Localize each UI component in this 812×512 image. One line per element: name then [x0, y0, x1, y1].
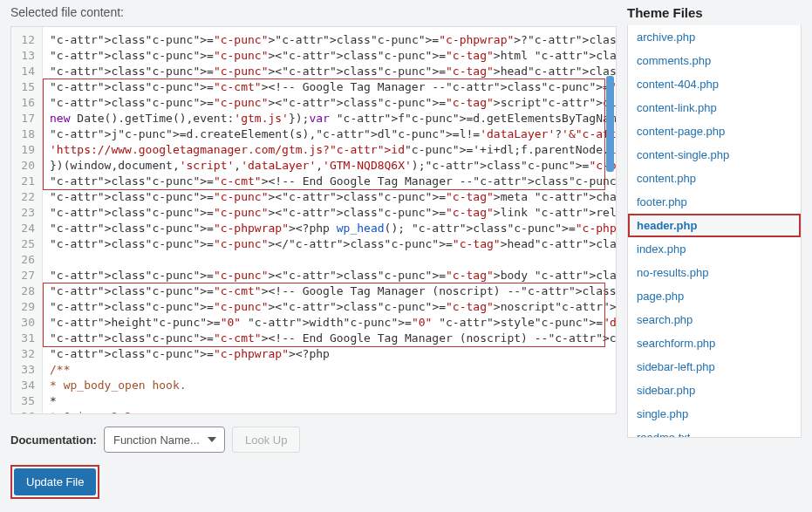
selected-file-label: Selected file content:	[10, 5, 617, 19]
code-line[interactable]: "c-attr">class"c-punc">="c-punc">"c-attr…	[50, 32, 609, 48]
code-line[interactable]: 'https://www.googletagmanager.com/gtm.js…	[50, 142, 609, 158]
theme-file-list: archive.phpcomments.phpcontent-404.phpco…	[627, 25, 802, 438]
code-area[interactable]: "c-attr">class"c-punc">="c-punc">"c-attr…	[43, 27, 616, 413]
code-line[interactable]: "c-attr">class"c-punc">="c-punc"></"c-at…	[50, 236, 609, 252]
theme-file-item[interactable]: archive.php	[628, 25, 801, 49]
function-name-select[interactable]: Function Name...	[104, 427, 225, 453]
theme-file-item[interactable]: content-link.php	[628, 96, 801, 119]
theme-file-item[interactable]: single.php	[628, 402, 801, 426]
code-line[interactable]: new Date().getTime(),event:'gtm.js'});va…	[50, 111, 609, 126]
code-line[interactable]: "c-attr">height"c-punc">="0" "c-attr">wi…	[50, 315, 609, 331]
code-line[interactable]: "c-attr">class"c-punc">="c-punc"><"c-att…	[50, 205, 609, 221]
theme-file-item[interactable]: footer.php	[628, 190, 801, 214]
code-line[interactable]: "c-attr">class"c-punc">="c-punc"><"c-att…	[50, 64, 609, 79]
theme-file-item[interactable]: content-single.php	[628, 143, 801, 167]
theme-file-item[interactable]: readme.txt	[628, 426, 801, 438]
scrollbar[interactable]	[606, 76, 614, 172]
code-line[interactable]	[50, 252, 609, 268]
theme-file-item[interactable]: comments.php	[628, 49, 801, 72]
lookup-button[interactable]: Look Up	[232, 427, 300, 453]
update-file-button[interactable]: Update File	[14, 468, 96, 495]
gutter: 1213141516171819202122232425262728293031…	[11, 27, 43, 413]
theme-file-item[interactable]: sidebar-left.php	[628, 355, 801, 379]
code-line[interactable]: *	[50, 393, 609, 409]
code-line[interactable]: /**	[50, 362, 609, 378]
code-line[interactable]: "c-attr">class"c-punc">="c-punc"><"c-att…	[50, 189, 609, 205]
code-line[interactable]: "c-attr">class"c-punc">="c-punc"><"c-att…	[50, 95, 609, 111]
code-line[interactable]: })(window,document,'script','dataLayer',…	[50, 158, 609, 174]
code-line[interactable]: "c-attr">class"c-punc">="c-cmt"><!-- End…	[50, 331, 609, 346]
theme-file-item[interactable]: sidebar.php	[628, 379, 801, 402]
code-line[interactable]: * wp_body_open hook.	[50, 378, 609, 393]
theme-file-item[interactable]: index.php	[628, 237, 801, 261]
code-line[interactable]: "c-attr">class"c-punc">="c-punc"><"c-att…	[50, 299, 609, 315]
code-line[interactable]: "c-attr">class"c-punc">="c-phpwrap"><?ph…	[50, 221, 609, 236]
code-line[interactable]: "c-attr">class"c-punc">="c-phpwrap"><?ph…	[50, 346, 609, 362]
code-line[interactable]: "c-attr">class"c-punc">="c-punc"><"c-att…	[50, 48, 609, 64]
code-line[interactable]: "c-attr">class"c-punc">="c-cmt"><!-- Goo…	[50, 283, 609, 299]
theme-file-item[interactable]: content-404.php	[628, 72, 801, 96]
theme-file-item[interactable]: page.php	[628, 284, 801, 308]
code-line[interactable]: "c-attr">j"c-punc">=d.createElement(s),"…	[50, 126, 609, 142]
theme-file-item[interactable]: search.php	[628, 308, 801, 331]
theme-file-item[interactable]: no-results.php	[628, 261, 801, 284]
code-line[interactable]: "c-attr">class"c-punc">="c-punc"><"c-att…	[50, 268, 609, 283]
theme-file-item[interactable]: content-page.php	[628, 119, 801, 143]
theme-file-item[interactable]: header.php	[628, 214, 801, 237]
code-line[interactable]: "c-attr">class"c-punc">="c-cmt"><!-- Goo…	[50, 79, 609, 95]
documentation-label: Documentation:	[10, 433, 97, 447]
theme-file-item[interactable]: content.php	[628, 167, 801, 190]
code-line[interactable]: * @since 2.3	[50, 409, 609, 413]
code-editor[interactable]: 1213141516171819202122232425262728293031…	[10, 26, 617, 414]
code-line[interactable]: "c-attr">class"c-punc">="c-cmt"><!-- End…	[50, 174, 609, 189]
theme-files-heading: Theme Files	[627, 5, 802, 20]
theme-file-item[interactable]: searchform.php	[628, 331, 801, 355]
